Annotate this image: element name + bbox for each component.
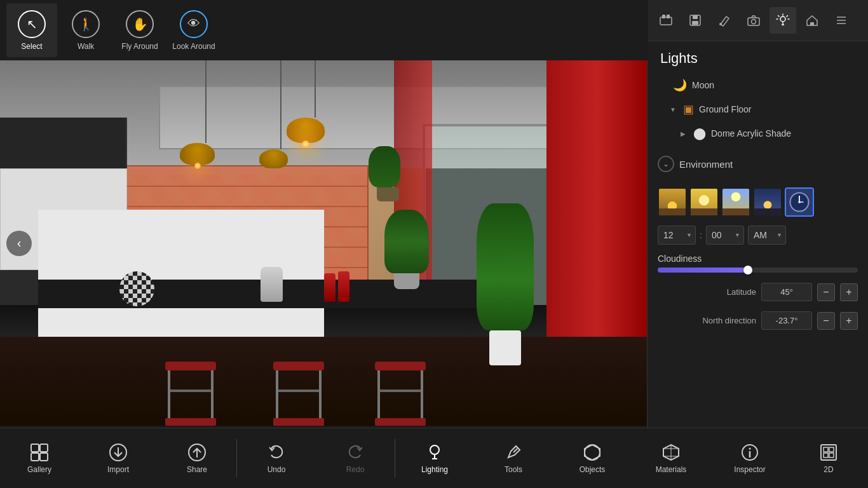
svg-point-21 [731,192,741,201]
toolbar-fly-around[interactable]: ✋ Fly Around [114,3,165,57]
tree-item-moon[interactable]: 🌙 Moon [648,73,868,97]
svg-point-18 [699,195,709,205]
fly-around-label: Fly Around [121,42,158,51]
ground-floor-icon: ▣ [683,102,694,116]
cloudiness-thumb[interactable] [743,266,752,274]
toolbar-select[interactable]: ↖ Select [6,3,57,57]
share-icon [187,442,207,463]
select-icon: ↖ [18,10,46,38]
ampm-select[interactable]: AMPM [748,226,786,245]
cloudiness-slider[interactable] [658,268,858,273]
right-panel: Lights 🌙 Moon ▼ ▣ Ground Floor ▶ ⬤ Dome … [647,0,868,488]
svg-point-9 [780,17,785,22]
latitude-plus-btn[interactable]: + [840,283,858,301]
env-chevron-icon: ⌄ [658,156,674,172]
svg-rect-10 [810,22,814,25]
bottom-lighting[interactable]: Lighting [395,431,474,485]
2d-icon [818,442,839,463]
import-label: Import [107,465,129,474]
materials-label: Materials [656,465,687,474]
bottom-toolbar: Gallery Import Share Undo Redo Lighting … [0,428,868,488]
latitude-input[interactable] [761,283,812,301]
toolbar-look-around[interactable]: 👁 Look Around [168,3,219,57]
bottom-2d[interactable]: 2D [789,431,868,485]
panel-icon-furniture[interactable] [653,7,679,34]
svg-rect-4 [693,15,698,19]
ground-floor-arrow: ▼ [668,104,678,114]
time-row: 12123 4567 891011 : 00153045 AMPM [648,222,868,248]
bottom-import[interactable]: Import [79,431,158,485]
tools-label: Tools [505,465,522,474]
moon-label: Moon [692,80,858,90]
select-label: Select [21,42,42,51]
panel-icon-save[interactable] [682,7,709,34]
minute-select[interactable]: 00153045 [706,226,744,245]
tod-noon[interactable] [721,187,750,217]
bottom-objects[interactable]: Objects [553,431,632,485]
svg-rect-51 [824,453,828,458]
environment-label: Environment [679,159,733,170]
kitchen-scene: ‹ [0,60,648,426]
tree-item-ground-floor[interactable]: ▼ ▣ Ground Floor [648,97,868,121]
bottom-materials[interactable]: Materials [632,431,710,485]
panel-icon-light[interactable] [770,7,796,34]
hour-select[interactable]: 12123 4567 891011 [658,226,696,245]
bottom-share[interactable]: Share [158,431,236,485]
toolbar-walk[interactable]: 🚶 Walk [60,3,111,57]
bottle-1 [324,273,336,302]
cloudiness-label: Cloudiness [658,254,858,264]
environment-header[interactable]: ⌄ Environment [658,151,858,177]
plant-counter [381,210,432,286]
time-colon: : [700,230,702,240]
pendant-1 [305,60,325,143]
look-around-icon: 👁 [180,10,208,38]
panel-icons [648,0,868,41]
north-row: North direction − + [648,306,868,335]
bottom-redo[interactable]: Redo [316,431,395,485]
north-plus-btn[interactable]: + [840,312,858,330]
nav-arrow-left[interactable]: ‹ [6,231,32,256]
moon-icon: 🌙 [673,78,687,92]
main-viewport[interactable]: ‹ [0,60,648,426]
import-icon [108,442,128,463]
materials-icon [661,442,681,463]
panel-content: Lights 🌙 Moon ▼ ▣ Ground Floor ▶ ⬤ Dome … [648,41,868,488]
north-label: North direction [658,316,756,325]
panel-icon-paint[interactable] [711,7,738,34]
panel-icon-home[interactable] [799,7,825,34]
redo-label: Redo [346,465,365,474]
tools-icon [503,442,524,463]
latitude-minus-btn[interactable]: − [817,283,835,301]
svg-rect-22 [722,208,749,215]
tree-item-dome[interactable]: ▶ ⬤ Dome Acrylic Shade [648,121,868,146]
look-around-label: Look Around [172,42,215,51]
north-input[interactable] [761,311,812,330]
tod-morning[interactable] [689,187,719,217]
tod-evening[interactable] [753,187,782,217]
pendant-2 [197,60,215,165]
dome-arrow: ▶ [678,128,688,139]
undo-label: Undo [268,465,286,474]
panel-icon-list[interactable] [828,7,855,34]
bottom-undo[interactable]: Undo [237,431,316,485]
environment-section: ⌄ Environment [648,146,868,182]
svg-rect-5 [692,21,698,25]
ground-floor-label: Ground Floor [699,104,858,114]
floor [0,337,648,426]
bottle-2 [338,271,349,302]
svg-rect-34 [31,453,39,461]
panel-icon-camera[interactable] [740,7,767,34]
tod-custom[interactable] [785,187,814,217]
cloudiness-fill [658,268,748,273]
bottom-gallery[interactable]: Gallery [0,431,79,485]
svg-rect-16 [659,208,686,215]
svg-point-8 [752,20,756,24]
bottom-tools[interactable]: Tools [474,431,553,485]
lighting-label: Lighting [421,465,448,474]
tod-dawn[interactable] [658,187,687,217]
objects-label: Objects [580,465,606,474]
undo-icon [266,442,287,463]
svg-rect-49 [824,447,828,452]
north-minus-btn[interactable]: − [817,312,835,330]
bottom-inspector[interactable]: Inspector [710,431,789,485]
